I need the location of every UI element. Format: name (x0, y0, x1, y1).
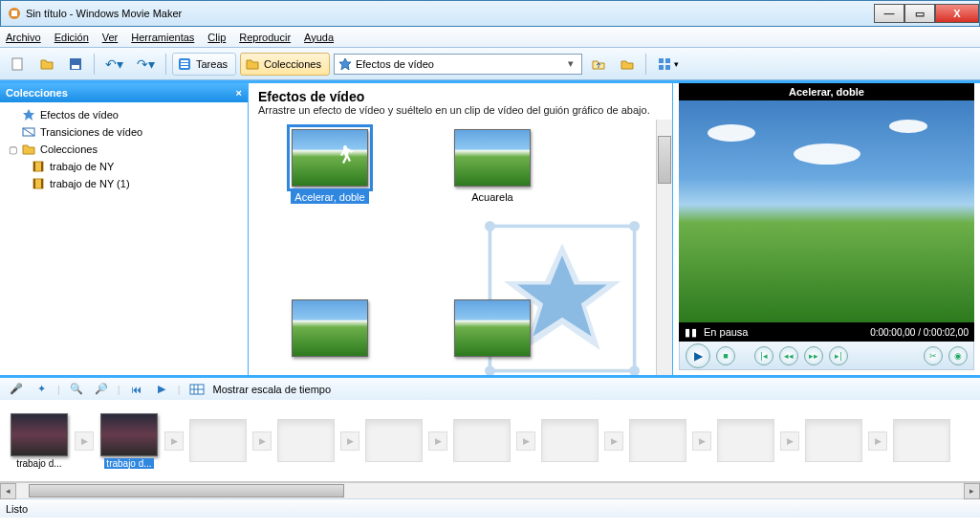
empty-slot[interactable] (893, 419, 950, 462)
menu-archivo[interactable]: Archivo (6, 32, 41, 43)
menu-clip[interactable]: Clip (207, 32, 226, 43)
snapshot-button[interactable]: ◉ (948, 346, 968, 365)
window-title: Sin título - Windows Movie Maker (26, 8, 182, 19)
tree-label: trabajo de NY (1) (50, 178, 130, 189)
app-icon (7, 6, 22, 21)
scroll-right-icon[interactable]: ▸ (964, 483, 980, 499)
transition-slot[interactable]: ▶ (692, 431, 711, 451)
storyboard: trabajo d... ▶ trabajo d... ▶ ▶ ▶ ▶ ▶ ▶ … (0, 400, 980, 482)
vertical-scrollbar[interactable] (656, 120, 672, 375)
transition-slot[interactable]: ▶ (868, 431, 887, 451)
transition-slot[interactable]: ▶ (516, 431, 535, 451)
prev-frame-button[interactable]: ◂◂ (779, 346, 798, 365)
effect-thumb (454, 299, 531, 357)
zoom-out-icon[interactable]: 🔎 (93, 381, 110, 398)
menu-edicion[interactable]: Edición (54, 32, 89, 43)
tree-item-trabajo-ny[interactable]: trabajo de NY (4, 158, 244, 175)
close-button[interactable]: X (935, 4, 979, 23)
effect-item[interactable] (449, 299, 535, 363)
tree-label: Efectos de vídeo (40, 109, 119, 121)
clip-thumb (11, 413, 68, 456)
split-button[interactable]: ✂ (924, 346, 943, 365)
timeline-toggle-icon[interactable] (188, 381, 206, 398)
storyboard-clip[interactable]: trabajo d... (10, 413, 69, 469)
transition-slot[interactable]: ▶ (75, 431, 94, 451)
redo-button[interactable]: ↷▾ (132, 53, 160, 76)
effects-list: Acelerar, doble Acuarela (249, 120, 672, 375)
stop-button[interactable]: ■ (716, 346, 735, 365)
collections-button[interactable]: Colecciones (240, 53, 330, 76)
tree-item-video-transitions[interactable]: Transiciones de vídeo (4, 123, 244, 141)
new-folder-button[interactable] (615, 53, 640, 76)
menu-ver[interactable]: Ver (102, 32, 119, 43)
star-icon (21, 107, 36, 122)
next-frame-button[interactable]: ▸▸ (804, 346, 823, 365)
storyboard-clip[interactable]: trabajo d... (99, 413, 159, 469)
empty-slot[interactable] (365, 419, 423, 462)
tree-item-trabajo-ny-1[interactable]: trabajo de NY (1) (4, 175, 244, 192)
undo-button[interactable]: ↶▾ (100, 53, 128, 76)
close-pane-icon[interactable]: × (236, 87, 242, 99)
menu-herramientas[interactable]: Herramientas (131, 32, 194, 43)
tree-item-collections[interactable]: ▢ Colecciones (4, 141, 244, 158)
location-combo[interactable]: Efectos de vídeo ▾ (334, 54, 582, 75)
collapse-icon[interactable]: ▢ (8, 144, 17, 155)
audio-levels-icon[interactable]: ✦ (33, 381, 50, 398)
rewind-icon[interactable]: ⏮ (128, 381, 145, 398)
scrollbar-thumb[interactable] (29, 484, 344, 497)
chevron-down-icon: ▾ (674, 59, 679, 69)
transition-slot[interactable]: ▶ (428, 431, 447, 451)
empty-slot[interactable] (189, 419, 247, 462)
save-button[interactable] (63, 53, 88, 76)
tree-item-video-effects[interactable]: Efectos de vídeo (4, 106, 244, 123)
prev-clip-button[interactable]: |◂ (754, 346, 773, 365)
film-icon (31, 176, 46, 191)
menu-ayuda[interactable]: Ayuda (304, 32, 334, 43)
menubar: Archivo Edición Ver Herramientas Clip Re… (0, 27, 980, 48)
scroll-left-icon[interactable]: ◂ (0, 483, 16, 499)
up-folder-button[interactable] (586, 53, 611, 76)
effect-item[interactable]: Acuarela (449, 129, 535, 204)
narrate-icon[interactable]: 🎤 (8, 381, 25, 398)
separator (94, 54, 95, 75)
transition-slot[interactable]: ▶ (252, 431, 272, 451)
empty-slot[interactable] (717, 419, 774, 462)
scrollbar-thumb[interactable] (658, 136, 671, 184)
preview-status-bar: ▮▮ En pausa 0:00:00,00 / 0:00:02,00 (679, 322, 974, 342)
chevron-down-icon: ▾ (564, 57, 577, 70)
empty-slot[interactable] (453, 419, 511, 462)
zoom-in-icon[interactable]: 🔍 (68, 381, 85, 398)
horizontal-scrollbar[interactable]: ◂ ▸ (0, 482, 980, 498)
maximize-button[interactable]: ▭ (904, 4, 935, 23)
storyboard-toolbar: 🎤 ✦ | 🔍 🔎 | ⏮ ▶ | Mostrar escala de tiem… (0, 375, 980, 400)
effect-item[interactable] (287, 299, 373, 363)
empty-slot[interactable] (541, 419, 599, 462)
content-hint: Arrastre un efecto de vídeo y suéltelo e… (258, 104, 663, 116)
transition-slot[interactable]: ▶ (604, 431, 623, 451)
empty-slot[interactable] (629, 419, 686, 462)
tasks-button[interactable]: Tareas (172, 53, 236, 76)
preview-frame (679, 100, 974, 322)
play-button[interactable]: ▶ (686, 343, 710, 368)
next-clip-button[interactable]: ▸| (829, 346, 848, 365)
transition-slot[interactable]: ▶ (780, 431, 799, 451)
minimize-button[interactable]: — (874, 4, 904, 23)
svg-marker-9 (339, 58, 351, 70)
effect-item[interactable]: Acelerar, doble (287, 129, 373, 204)
svg-marker-14 (23, 109, 34, 121)
empty-slot[interactable] (277, 419, 335, 462)
tree-label: Transiciones de vídeo (40, 126, 142, 138)
empty-slot[interactable] (805, 419, 862, 462)
play-timeline-icon[interactable]: ▶ (153, 381, 170, 398)
transition-slot[interactable]: ▶ (164, 431, 184, 451)
preview-time: 0:00:00,00 / 0:00:02,00 (870, 327, 969, 338)
svg-rect-1 (11, 11, 17, 16)
new-button[interactable] (6, 53, 31, 76)
effect-label (326, 361, 334, 363)
view-button[interactable]: ▾ (652, 53, 684, 76)
menu-reproducir[interactable]: Reproducir (239, 32, 291, 43)
tree-label: Colecciones (40, 144, 98, 155)
timeline-toggle-label[interactable]: Mostrar escala de tiempo (213, 384, 332, 395)
transition-slot[interactable]: ▶ (340, 431, 359, 451)
open-button[interactable] (34, 53, 59, 76)
